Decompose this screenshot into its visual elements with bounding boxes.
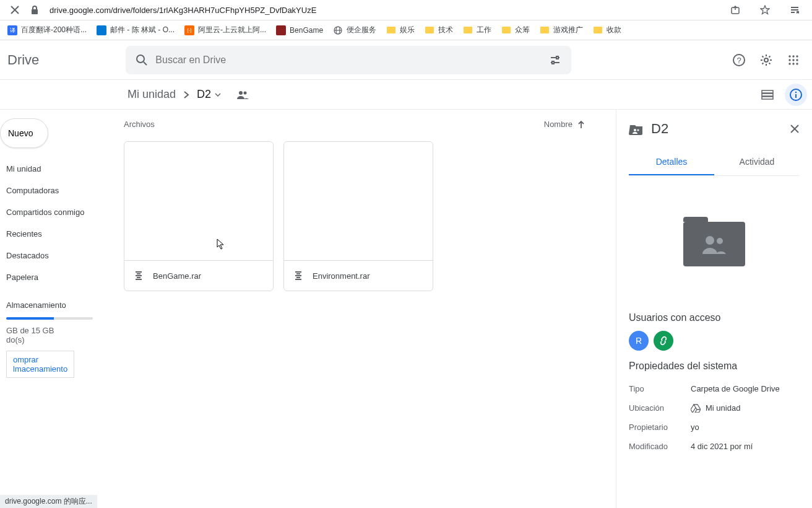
prop-owner-value: yo [691, 423, 699, 432]
archive-file-icon [294, 271, 303, 281]
files-heading: Archivos [124, 120, 155, 129]
aliyun-icon: [-] [184, 25, 194, 35]
bookmark-item[interactable]: BenGame [274, 23, 326, 38]
share-people-icon[interactable] [236, 90, 249, 100]
svg-point-23 [792, 59, 794, 61]
svg-point-51 [717, 238, 723, 244]
tab-details[interactable]: Detalles [629, 149, 714, 175]
file-card[interactable]: BenGame.rar [124, 141, 274, 291]
sidebar-item-starred[interactable]: Destacados [0, 245, 111, 266]
folder-icon [386, 25, 396, 35]
breadcrumb-current[interactable]: D2 [197, 88, 221, 101]
svg-point-24 [796, 59, 798, 61]
sidebar-item-trash[interactable]: Papelera [0, 266, 111, 288]
details-panel: D2 Detalles Actividad Usuarios con acces… [616, 110, 812, 508]
breadcrumb-root[interactable]: Mi unidad [127, 88, 176, 101]
sidebar-item-recent[interactable]: Recientes [0, 223, 111, 245]
svg-rect-35 [795, 94, 797, 98]
gear-icon[interactable] [759, 53, 774, 68]
help-icon[interactable]: ? [732, 53, 746, 68]
svg-rect-31 [762, 94, 773, 96]
svg-point-10 [137, 55, 144, 63]
sort-control[interactable]: Nombre [544, 120, 585, 129]
archive-file-icon [134, 271, 143, 281]
close-icon[interactable] [790, 124, 800, 134]
folder-icon [463, 25, 473, 35]
bengame-icon [276, 25, 286, 35]
breadcrumb-toolbar: Mi unidad D2 [0, 80, 812, 110]
svg-text:?: ? [736, 56, 741, 65]
new-button[interactable]: Nuevo [0, 118, 48, 148]
browser-status-text: drive.google.com 的响应... [0, 495, 97, 508]
svg-point-34 [795, 91, 797, 92]
storage-label: Almacenamiento [6, 300, 105, 310]
link-avatar-icon[interactable] [654, 331, 673, 351]
svg-rect-2 [32, 9, 38, 14]
sidebar: Nuevo Mi unidad Computadoras Compartidos… [0, 110, 111, 508]
prop-location-label: Ubicación [629, 403, 691, 413]
buy-storage-button[interactable]: omprarlmacenamiento [6, 351, 74, 378]
breadcrumb: Mi unidad D2 [127, 88, 249, 101]
star-icon[interactable] [759, 4, 771, 16]
list-view-icon[interactable] [760, 87, 775, 102]
reading-list-icon[interactable] [788, 4, 801, 16]
prop-type-value: Carpeta de Google Drive [691, 384, 780, 393]
storage-text: GB de 15 GBdo(s) [6, 326, 105, 344]
access-heading: Usuarios con acceso [629, 312, 800, 323]
bookmark-item[interactable]: 工作 [460, 22, 494, 38]
bookmark-item[interactable]: 技术 [422, 22, 456, 38]
bookmark-item[interactable]: 便企服务 [330, 22, 379, 38]
apps-icon[interactable] [786, 53, 801, 68]
share-page-icon[interactable] [729, 4, 741, 16]
chevron-right-icon [183, 90, 189, 99]
file-card[interactable]: Environment.rar [283, 141, 433, 291]
avatar[interactable]: R [629, 331, 649, 351]
bookmark-item[interactable]: 游戏推广 [537, 22, 585, 38]
lock-icon [28, 4, 41, 16]
bookmark-item[interactable]: [-]阿里云-上云就上阿... [182, 22, 269, 38]
search-icon [136, 54, 148, 66]
storage-bar [6, 317, 93, 320]
people-icon [683, 222, 745, 266]
prop-owner-label: Propietario [629, 423, 691, 432]
prop-location-value[interactable]: Mi unidad [691, 403, 740, 413]
sidebar-item-shared[interactable]: Compartidos conmigo [0, 201, 111, 223]
svg-rect-30 [762, 90, 773, 93]
sidebar-item-computers[interactable]: Computadoras [0, 180, 111, 201]
bookmarks-bar: 译百度翻译-200种语... 邮件 - 陈 林斌 - O... [-]阿里云-上… [0, 20, 812, 40]
sidebar-item-my-drive[interactable]: Mi unidad [0, 158, 111, 180]
svg-point-19 [788, 55, 790, 57]
info-icon[interactable] [785, 84, 807, 106]
bookmark-item[interactable]: 众筹 [499, 22, 532, 38]
bookmark-item[interactable]: 娱乐 [384, 22, 417, 38]
file-preview [284, 142, 433, 261]
outlook-icon [97, 25, 106, 35]
folder-icon [540, 25, 550, 35]
bookmark-item[interactable]: 译百度翻译-200种语... [5, 22, 89, 38]
globe-icon [333, 25, 343, 35]
search-options-icon[interactable] [549, 54, 561, 66]
tab-activity[interactable]: Actividad [714, 149, 800, 175]
search-box[interactable] [126, 46, 571, 74]
details-preview [629, 188, 800, 300]
file-name: BenGame.rar [153, 271, 201, 281]
bookmark-item[interactable]: 收款 [590, 22, 624, 38]
browser-address-bar: drive.google.com/drive/folders/1rlAKg3HA… [0, 0, 812, 20]
svg-point-21 [796, 55, 798, 57]
folder-icon [425, 25, 434, 35]
svg-point-50 [706, 236, 714, 245]
main-content: Archivos Nombre BenGame.rar Environment.… [111, 110, 616, 508]
baidu-icon: 译 [7, 25, 17, 35]
prop-type-label: Tipo [629, 384, 691, 393]
url-text[interactable]: drive.google.com/drive/folders/1rlAKg3HA… [50, 6, 725, 15]
drive-header: Drive ? [0, 40, 812, 80]
svg-rect-32 [762, 97, 773, 99]
file-name: Environment.rar [313, 271, 369, 281]
stop-reload-icon[interactable] [9, 4, 21, 16]
svg-line-11 [144, 62, 147, 65]
svg-point-26 [792, 63, 794, 64]
svg-rect-15 [552, 61, 554, 64]
prop-modified-label: Modificado [629, 442, 691, 451]
search-input[interactable] [155, 55, 549, 66]
bookmark-item[interactable]: 邮件 - 陈 林斌 - O... [94, 22, 177, 38]
